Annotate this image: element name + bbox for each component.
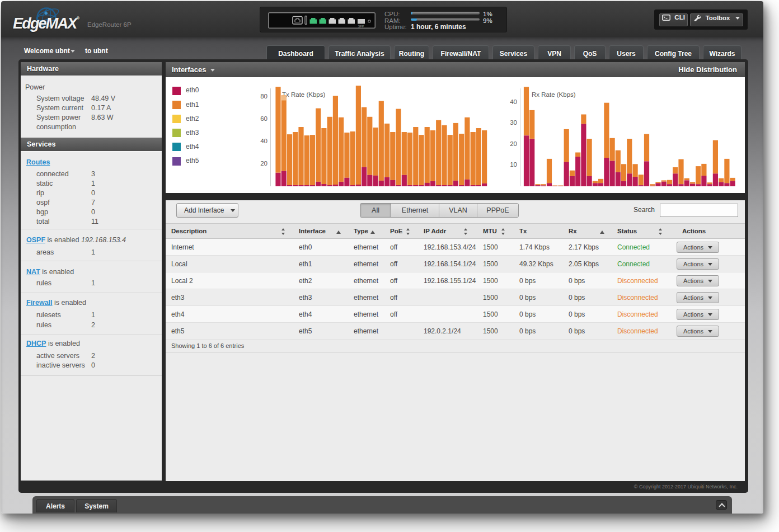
svg-text:SFP: SFP <box>358 25 364 28</box>
